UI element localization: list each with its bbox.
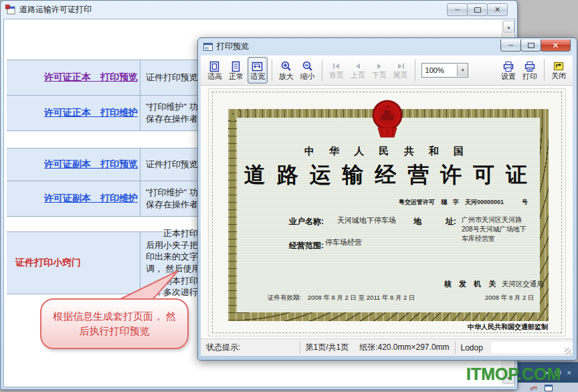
previous-page-icon [353, 62, 363, 71]
zoom-level-combobox[interactable]: 100% ▼ [421, 63, 469, 78]
preview-window-title: 打印预览 [217, 41, 249, 52]
speech-bubble: 根据信息生成套打页面， 然后执行打印预览 [40, 298, 189, 349]
last-page-button[interactable]: 尾页 [391, 57, 411, 84]
printer-icon [524, 61, 536, 72]
first-page-button[interactable]: 首页 [326, 57, 347, 84]
print-button[interactable]: 打印 [520, 57, 540, 84]
main-window-title: 道路运输许可证打印 [19, 4, 92, 15]
preview-app-icon [203, 43, 213, 51]
preview-statusbar: 状态提示: 第1页/共1页 纸张:420.0mm×297.0mm Lodop [201, 338, 573, 356]
status-paper-size: 纸张:420.0mm×297.0mm [354, 342, 454, 353]
minimize-button[interactable]: ─ [500, 39, 521, 52]
minimize-icon: ─ [455, 7, 460, 13]
preview-caption-buttons: ─ ✕ [501, 39, 571, 52]
arrow-up-icon: ▲ [506, 25, 511, 29]
normal-view-button[interactable]: 正常 [226, 57, 246, 84]
print-tips-label: 证件打印小窍门 [15, 257, 81, 269]
print-preview-window: 打印预览 ─ ✕ 适高 正常 [197, 37, 577, 361]
preview-area[interactable]: 中 华 人 民 共 和 国 道 路 运 输 经 营 许 可 证 粤交运管许可 穗… [201, 86, 573, 338]
validity-period: 证件有效期: 2008 年 8 月 2 日 至 2011 年 8 月 2 日 [268, 294, 415, 302]
maximize-button[interactable] [520, 39, 541, 52]
owner-name-label: 业户名称: [289, 216, 324, 227]
preview-page: 中 华 人 民 共 和 国 道 路 运 输 经 营 许 可 证 粤交运管许可 穗… [209, 89, 565, 336]
toolbar-separator [322, 60, 322, 81]
close-preview-button[interactable]: 关闭 [549, 57, 569, 84]
minimize-button[interactable]: ─ [447, 3, 468, 16]
link-license-copy-preview[interactable]: 许可证副本 打印预览 [44, 159, 138, 171]
toolbar-separator [544, 60, 545, 81]
business-scope-label: 经营范围: [289, 240, 324, 252]
fit-width-button[interactable]: 适宽 [248, 57, 268, 84]
scroll-up-button[interactable]: ▲ [503, 21, 514, 33]
last-page-icon [395, 62, 406, 71]
resize-grip[interactable] [565, 348, 571, 355]
next-page-icon [374, 62, 385, 71]
close-button[interactable]: ✕ [487, 3, 508, 16]
background-app-toolbar [514, 383, 578, 392]
link-license-copy-maintain[interactable]: 许可证副本 打印维护 [44, 193, 138, 205]
close-icon: ✕ [494, 6, 500, 13]
chevron-down-icon[interactable]: ▼ [457, 64, 468, 76]
status-engine-label: Lodop [455, 343, 488, 353]
certificate-country-line: 中 华 人 民 共 和 国 [209, 145, 565, 158]
exit-icon [553, 61, 565, 72]
previous-page-button[interactable]: 上页 [348, 57, 368, 84]
fit-height-icon [209, 61, 220, 72]
first-page-icon [331, 62, 342, 71]
document-icon [230, 61, 242, 72]
zoom-out-icon [302, 61, 313, 72]
printer-settings-icon [502, 61, 514, 72]
link-license-original-preview[interactable]: 许可证正本 打印预览 [44, 72, 138, 84]
national-emblem-icon [371, 99, 403, 139]
main-caption-buttons: ─ ✕ [448, 3, 508, 16]
issue-date: 2008 年 8 月 2 日 [485, 294, 534, 302]
maximize-button[interactable] [467, 3, 488, 16]
maximize-icon [474, 7, 481, 13]
status-blank-area [491, 342, 573, 353]
speech-bubble-text: 根据信息生成套打页面， 然后执行打印预览 [51, 309, 178, 339]
next-page-button[interactable]: 下页 [369, 57, 389, 84]
brush-icon[interactable] [530, 385, 538, 391]
zoom-in-button[interactable]: 放大 [276, 57, 296, 84]
zoom-in-icon [280, 61, 292, 72]
owner-name-value: 天河城地下停车场 [337, 215, 396, 225]
maximize-icon [528, 43, 535, 48]
status-page-indicator: 第1页/共1页 [300, 342, 354, 353]
certificate-title: 道 路 运 输 经 营 许 可 证 [209, 161, 565, 190]
winforms-app-icon [5, 5, 15, 15]
preview-toolbar: 适高 正常 适宽 [201, 56, 573, 86]
print-settings-button[interactable]: 设置 [498, 57, 518, 84]
issuing-authority-label: 核 发 机 关 [444, 280, 498, 288]
certificate-license-number: 粤交运管许可 穗 字 天河00000001 号 [399, 198, 528, 207]
close-button[interactable]: ✕ [541, 39, 571, 52]
address-value: 广州市天河区天河路 208号天河城广场地下 车库经营室 [462, 215, 550, 243]
close-icon[interactable]: × [567, 369, 571, 377]
certificate-footer: 中华人民共和国交通部监制 [468, 322, 548, 332]
business-scope-value: 停车场经营 [325, 237, 362, 248]
toolbar-separator [415, 60, 415, 81]
zoom-level-value: 100% [422, 66, 458, 74]
issuing-authority: 核 发 机 关 天河区交通局 [444, 277, 544, 289]
close-icon: ✕ [552, 41, 559, 50]
window-icon[interactable] [545, 385, 553, 391]
address-label: 地 址: [413, 216, 456, 227]
status-hint-label: 状态提示: [201, 342, 300, 353]
issuing-authority-value: 天河区交通局 [502, 280, 544, 288]
speech-bubble-tail [104, 268, 198, 300]
link-license-original-maintain[interactable]: 许可证正本 打印维护 [44, 107, 138, 119]
preview-client-area: 适高 正常 适宽 [201, 56, 573, 356]
fit-height-button[interactable]: 适高 [205, 57, 225, 84]
zoom-out-button[interactable]: 缩小 [298, 57, 318, 84]
site-watermark: ITMOP.COM [466, 365, 561, 384]
fit-width-icon [252, 61, 263, 72]
minimize-icon: ─ [508, 41, 513, 49]
toolbar-separator [272, 60, 272, 81]
main-window-titlebar[interactable]: 道路运输许可证打印 [1, 1, 517, 18]
